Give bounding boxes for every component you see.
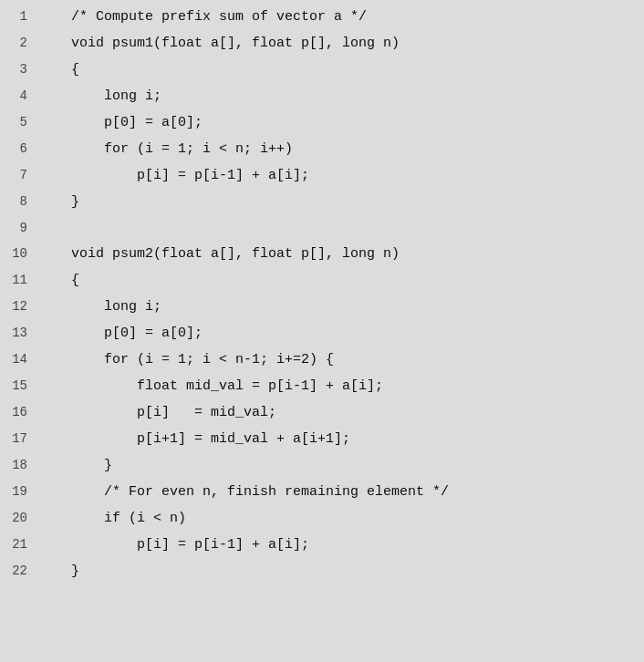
code-line: 4 long i; (0, 83, 644, 109)
line-number: 7 (0, 162, 38, 188)
code-line: 19 /* For even n, finish remaining eleme… (0, 479, 644, 505)
line-content: /* For even n, finish remaining element … (38, 480, 449, 505)
code-line: 15 float mid_val = p[i-1] + a[i]; (0, 373, 644, 399)
code-line: 22 } (0, 558, 644, 584)
line-number: 16 (0, 399, 38, 425)
line-number: 12 (0, 294, 38, 319)
line-content: void psum2(float a[], float p[], long n) (38, 242, 400, 267)
line-number: 17 (0, 426, 38, 451)
line-number: 6 (0, 136, 38, 161)
code-line: 17 p[i+1] = mid_val + a[i+1]; (0, 426, 644, 452)
code-line: 20 if (i < n) (0, 505, 644, 532)
code-line: 12 long i; (0, 294, 644, 320)
code-line: 11 { (0, 267, 644, 294)
line-number: 14 (0, 347, 38, 372)
line-number: 13 (0, 320, 38, 346)
line-number: 20 (0, 505, 38, 531)
line-number: 11 (0, 267, 38, 293)
line-content: if (i < n) (38, 506, 186, 532)
line-content: long i; (38, 295, 161, 320)
line-content: p[i] = p[i-1] + a[i]; (38, 533, 309, 558)
line-content: } (38, 453, 112, 479)
code-line: 9 (0, 215, 644, 241)
code-line: 6 for (i = 1; i < n; i++) (0, 136, 644, 162)
code-container: 1 /* Compute prefix sum of vector a */2 … (0, 0, 644, 662)
line-content: /* Compute prefix sum of vector a */ (38, 5, 367, 30)
line-content: p[0] = a[0]; (38, 321, 203, 347)
code-line: 18 } (0, 452, 644, 479)
line-number: 3 (0, 57, 38, 82)
code-line: 2 void psum1(float a[], float p[], long … (0, 30, 644, 57)
line-content: void psum1(float a[], float p[], long n) (38, 31, 400, 57)
code-line: 3 { (0, 57, 644, 83)
line-number: 4 (0, 83, 38, 109)
line-content: p[0] = a[0]; (38, 110, 203, 136)
line-content: { (38, 268, 79, 294)
code-line: 8 } (0, 189, 644, 215)
code-line: 5 p[0] = a[0]; (0, 109, 644, 136)
line-number: 5 (0, 109, 38, 135)
code-line: 14 for (i = 1; i < n-1; i+=2) { (0, 347, 644, 373)
line-content: for (i = 1; i < n-1; i+=2) { (38, 347, 334, 373)
line-number: 9 (0, 215, 38, 241)
code-line: 16 p[i] = mid_val; (0, 399, 644, 426)
line-number: 19 (0, 479, 38, 504)
line-content: } (38, 559, 79, 584)
line-content: for (i = 1; i < n; i++) (38, 137, 293, 162)
line-number: 21 (0, 532, 38, 557)
line-number: 18 (0, 452, 38, 478)
line-number: 22 (0, 558, 38, 584)
line-content: long i; (38, 84, 161, 109)
line-number: 15 (0, 373, 38, 398)
line-content: p[i] = mid_val; (38, 400, 276, 426)
line-number: 10 (0, 241, 38, 266)
line-content: p[i+1] = mid_val + a[i+1]; (38, 427, 350, 452)
code-line: 10 void psum2(float a[], float p[], long… (0, 241, 644, 267)
code-line: 13 p[0] = a[0]; (0, 320, 644, 347)
line-number: 2 (0, 30, 38, 56)
line-content: p[i] = p[i-1] + a[i]; (38, 163, 309, 189)
line-content: } (38, 190, 79, 215)
code-line: 7 p[i] = p[i-1] + a[i]; (0, 162, 644, 189)
line-content: { (38, 57, 79, 83)
code-line: 21 p[i] = p[i-1] + a[i]; (0, 532, 644, 558)
line-number: 1 (0, 4, 38, 29)
code-line: 1 /* Compute prefix sum of vector a */ (0, 4, 644, 30)
line-number: 8 (0, 189, 38, 214)
line-content: float mid_val = p[i-1] + a[i]; (38, 374, 383, 399)
